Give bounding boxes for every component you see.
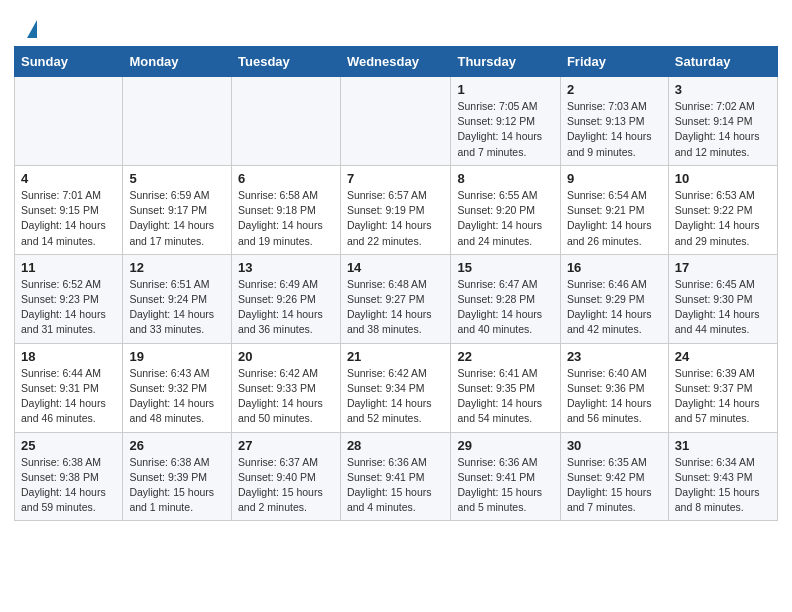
- day-number: 4: [21, 171, 116, 186]
- calendar-cell: 26Sunrise: 6:38 AM Sunset: 9:39 PM Dayli…: [123, 432, 232, 521]
- weekday-header-row: SundayMondayTuesdayWednesdayThursdayFrid…: [15, 47, 778, 77]
- calendar-cell: 7Sunrise: 6:57 AM Sunset: 9:19 PM Daylig…: [340, 165, 451, 254]
- calendar-cell: 2Sunrise: 7:03 AM Sunset: 9:13 PM Daylig…: [560, 77, 668, 166]
- day-info: Sunrise: 6:59 AM Sunset: 9:17 PM Dayligh…: [129, 188, 225, 249]
- day-info: Sunrise: 6:45 AM Sunset: 9:30 PM Dayligh…: [675, 277, 771, 338]
- day-number: 2: [567, 82, 662, 97]
- calendar-cell: [340, 77, 451, 166]
- calendar-cell: 12Sunrise: 6:51 AM Sunset: 9:24 PM Dayli…: [123, 254, 232, 343]
- day-number: 27: [238, 438, 334, 453]
- day-number: 18: [21, 349, 116, 364]
- day-number: 22: [457, 349, 553, 364]
- weekday-header-wednesday: Wednesday: [340, 47, 451, 77]
- day-number: 26: [129, 438, 225, 453]
- day-info: Sunrise: 6:39 AM Sunset: 9:37 PM Dayligh…: [675, 366, 771, 427]
- weekday-header-monday: Monday: [123, 47, 232, 77]
- calendar-cell: 30Sunrise: 6:35 AM Sunset: 9:42 PM Dayli…: [560, 432, 668, 521]
- day-info: Sunrise: 6:38 AM Sunset: 9:38 PM Dayligh…: [21, 455, 116, 516]
- weekday-header-saturday: Saturday: [668, 47, 777, 77]
- header: [0, 0, 792, 46]
- day-number: 17: [675, 260, 771, 275]
- calendar-cell: 17Sunrise: 6:45 AM Sunset: 9:30 PM Dayli…: [668, 254, 777, 343]
- day-info: Sunrise: 6:42 AM Sunset: 9:34 PM Dayligh…: [347, 366, 445, 427]
- calendar-cell: 27Sunrise: 6:37 AM Sunset: 9:40 PM Dayli…: [232, 432, 341, 521]
- weekday-header-tuesday: Tuesday: [232, 47, 341, 77]
- day-number: 14: [347, 260, 445, 275]
- day-info: Sunrise: 6:47 AM Sunset: 9:28 PM Dayligh…: [457, 277, 553, 338]
- day-number: 11: [21, 260, 116, 275]
- day-number: 9: [567, 171, 662, 186]
- calendar-wrapper: SundayMondayTuesdayWednesdayThursdayFrid…: [0, 46, 792, 535]
- day-info: Sunrise: 6:54 AM Sunset: 9:21 PM Dayligh…: [567, 188, 662, 249]
- day-info: Sunrise: 6:35 AM Sunset: 9:42 PM Dayligh…: [567, 455, 662, 516]
- day-number: 13: [238, 260, 334, 275]
- calendar-cell: [232, 77, 341, 166]
- calendar-cell: 19Sunrise: 6:43 AM Sunset: 9:32 PM Dayli…: [123, 343, 232, 432]
- day-number: 8: [457, 171, 553, 186]
- day-info: Sunrise: 6:58 AM Sunset: 9:18 PM Dayligh…: [238, 188, 334, 249]
- calendar-cell: 31Sunrise: 6:34 AM Sunset: 9:43 PM Dayli…: [668, 432, 777, 521]
- calendar-cell: 10Sunrise: 6:53 AM Sunset: 9:22 PM Dayli…: [668, 165, 777, 254]
- calendar-week-row: 18Sunrise: 6:44 AM Sunset: 9:31 PM Dayli…: [15, 343, 778, 432]
- day-info: Sunrise: 6:36 AM Sunset: 9:41 PM Dayligh…: [457, 455, 553, 516]
- calendar-cell: 4Sunrise: 7:01 AM Sunset: 9:15 PM Daylig…: [15, 165, 123, 254]
- day-number: 6: [238, 171, 334, 186]
- day-info: Sunrise: 6:43 AM Sunset: 9:32 PM Dayligh…: [129, 366, 225, 427]
- day-info: Sunrise: 6:52 AM Sunset: 9:23 PM Dayligh…: [21, 277, 116, 338]
- day-info: Sunrise: 6:44 AM Sunset: 9:31 PM Dayligh…: [21, 366, 116, 427]
- day-info: Sunrise: 6:48 AM Sunset: 9:27 PM Dayligh…: [347, 277, 445, 338]
- calendar-cell: 23Sunrise: 6:40 AM Sunset: 9:36 PM Dayli…: [560, 343, 668, 432]
- calendar-cell: 16Sunrise: 6:46 AM Sunset: 9:29 PM Dayli…: [560, 254, 668, 343]
- calendar-cell: 20Sunrise: 6:42 AM Sunset: 9:33 PM Dayli…: [232, 343, 341, 432]
- day-number: 31: [675, 438, 771, 453]
- day-number: 5: [129, 171, 225, 186]
- calendar-week-row: 25Sunrise: 6:38 AM Sunset: 9:38 PM Dayli…: [15, 432, 778, 521]
- calendar-cell: 14Sunrise: 6:48 AM Sunset: 9:27 PM Dayli…: [340, 254, 451, 343]
- day-number: 16: [567, 260, 662, 275]
- day-info: Sunrise: 6:55 AM Sunset: 9:20 PM Dayligh…: [457, 188, 553, 249]
- calendar-cell: 11Sunrise: 6:52 AM Sunset: 9:23 PM Dayli…: [15, 254, 123, 343]
- calendar-cell: 5Sunrise: 6:59 AM Sunset: 9:17 PM Daylig…: [123, 165, 232, 254]
- day-number: 3: [675, 82, 771, 97]
- day-info: Sunrise: 7:01 AM Sunset: 9:15 PM Dayligh…: [21, 188, 116, 249]
- day-number: 20: [238, 349, 334, 364]
- day-number: 30: [567, 438, 662, 453]
- calendar-week-row: 1Sunrise: 7:05 AM Sunset: 9:12 PM Daylig…: [15, 77, 778, 166]
- calendar-cell: 29Sunrise: 6:36 AM Sunset: 9:41 PM Dayli…: [451, 432, 560, 521]
- day-number: 12: [129, 260, 225, 275]
- calendar-cell: [123, 77, 232, 166]
- day-info: Sunrise: 6:46 AM Sunset: 9:29 PM Dayligh…: [567, 277, 662, 338]
- calendar-week-row: 4Sunrise: 7:01 AM Sunset: 9:15 PM Daylig…: [15, 165, 778, 254]
- weekday-header-thursday: Thursday: [451, 47, 560, 77]
- day-info: Sunrise: 6:51 AM Sunset: 9:24 PM Dayligh…: [129, 277, 225, 338]
- day-info: Sunrise: 7:02 AM Sunset: 9:14 PM Dayligh…: [675, 99, 771, 160]
- day-number: 24: [675, 349, 771, 364]
- day-info: Sunrise: 6:36 AM Sunset: 9:41 PM Dayligh…: [347, 455, 445, 516]
- day-number: 1: [457, 82, 553, 97]
- logo-triangle-icon: [27, 20, 37, 38]
- day-number: 15: [457, 260, 553, 275]
- day-info: Sunrise: 6:57 AM Sunset: 9:19 PM Dayligh…: [347, 188, 445, 249]
- day-number: 21: [347, 349, 445, 364]
- day-number: 19: [129, 349, 225, 364]
- weekday-header-sunday: Sunday: [15, 47, 123, 77]
- calendar-cell: 9Sunrise: 6:54 AM Sunset: 9:21 PM Daylig…: [560, 165, 668, 254]
- calendar-cell: 1Sunrise: 7:05 AM Sunset: 9:12 PM Daylig…: [451, 77, 560, 166]
- calendar-table: SundayMondayTuesdayWednesdayThursdayFrid…: [14, 46, 778, 521]
- day-info: Sunrise: 6:37 AM Sunset: 9:40 PM Dayligh…: [238, 455, 334, 516]
- day-number: 29: [457, 438, 553, 453]
- calendar-cell: 25Sunrise: 6:38 AM Sunset: 9:38 PM Dayli…: [15, 432, 123, 521]
- day-number: 7: [347, 171, 445, 186]
- calendar-cell: 15Sunrise: 6:47 AM Sunset: 9:28 PM Dayli…: [451, 254, 560, 343]
- calendar-cell: [15, 77, 123, 166]
- calendar-week-row: 11Sunrise: 6:52 AM Sunset: 9:23 PM Dayli…: [15, 254, 778, 343]
- day-info: Sunrise: 6:42 AM Sunset: 9:33 PM Dayligh…: [238, 366, 334, 427]
- day-info: Sunrise: 6:40 AM Sunset: 9:36 PM Dayligh…: [567, 366, 662, 427]
- calendar-cell: 13Sunrise: 6:49 AM Sunset: 9:26 PM Dayli…: [232, 254, 341, 343]
- day-number: 10: [675, 171, 771, 186]
- day-number: 23: [567, 349, 662, 364]
- day-info: Sunrise: 7:03 AM Sunset: 9:13 PM Dayligh…: [567, 99, 662, 160]
- calendar-cell: 18Sunrise: 6:44 AM Sunset: 9:31 PM Dayli…: [15, 343, 123, 432]
- calendar-cell: 3Sunrise: 7:02 AM Sunset: 9:14 PM Daylig…: [668, 77, 777, 166]
- day-info: Sunrise: 6:49 AM Sunset: 9:26 PM Dayligh…: [238, 277, 334, 338]
